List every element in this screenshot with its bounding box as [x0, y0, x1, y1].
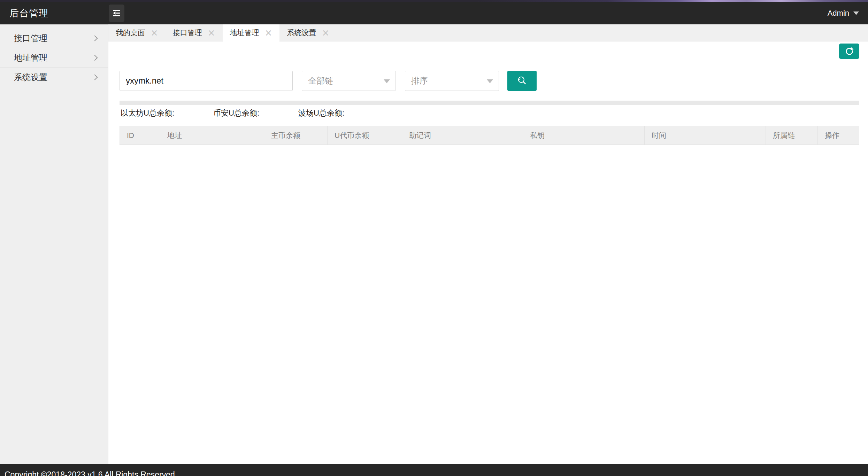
tab-label: 系统设置	[287, 28, 316, 38]
eth-balance: 以太坊U总余额:	[121, 108, 180, 118]
bsc-balance-value	[261, 108, 265, 118]
table-header-row: ID 地址 主币余额 U代币余额 助记词 私钥 时间 所属链 操作	[120, 126, 859, 145]
content-toolbar	[108, 41, 868, 61]
app-header: 后台管理 Admin	[0, 2, 868, 24]
sidebar-item-address-management[interactable]: 地址管理	[0, 48, 108, 68]
tab-my-desktop[interactable]: 我的桌面 ×	[108, 24, 166, 41]
column-header-mnemonic: 助记词	[402, 126, 523, 145]
sidebar-item-label: 系统设置	[14, 72, 47, 83]
sort-select[interactable]: 排序	[405, 71, 499, 91]
address-table: ID 地址 主币余额 U代币余额 助记词 私钥 时间 所属链 操作	[120, 126, 859, 145]
search-button[interactable]	[507, 71, 537, 91]
tab-interface-management[interactable]: 接口管理 ×	[166, 24, 223, 41]
sidebar-nav: 接口管理 地址管理 系统设置	[0, 24, 108, 464]
sidebar-item-label: 地址管理	[14, 52, 47, 63]
tron-balance: 波场U总余额:	[298, 108, 350, 118]
sidebar-item-system-settings[interactable]: 系统设置	[0, 68, 108, 87]
tab-label: 我的桌面	[116, 28, 145, 38]
sidebar-collapse-button[interactable]	[109, 5, 124, 22]
app-title: 后台管理	[0, 7, 108, 19]
caret-down-icon	[853, 11, 859, 15]
tab-label: 地址管理	[230, 28, 259, 38]
caret-down-icon	[384, 79, 390, 83]
filter-row: 全部链 排序	[120, 71, 859, 91]
tab-system-settings[interactable]: 系统设置 ×	[279, 24, 337, 41]
sidebar-item-interface-management[interactable]: 接口管理	[0, 29, 108, 48]
sort-select-value: 排序	[411, 75, 428, 86]
tab-address-management[interactable]: 地址管理 ×	[223, 24, 280, 41]
user-menu[interactable]: Admin	[828, 9, 859, 18]
column-header-address: 地址	[160, 126, 264, 145]
column-header-time: 时间	[645, 126, 766, 145]
right-column: 我的桌面 × 接口管理 × 地址管理 × 系统设置 ×	[108, 24, 868, 464]
close-icon[interactable]: ×	[265, 28, 272, 37]
main-area: 接口管理 地址管理 系统设置 我的桌面 × 接口管理 × 地址管理 ×	[0, 24, 868, 464]
column-header-u-token-balance: U代币余额	[328, 126, 402, 145]
chevron-right-icon	[92, 55, 98, 61]
close-icon[interactable]: ×	[208, 28, 215, 37]
eth-balance-value	[176, 108, 180, 118]
tabbar-filler	[337, 24, 868, 41]
page-content: 全部链 排序	[108, 41, 868, 464]
caret-down-icon	[487, 79, 493, 83]
refresh-button[interactable]	[839, 44, 859, 59]
app-footer: Copyright ©2018-2023 v1.6 All Rights Res…	[0, 464, 868, 476]
collapsed-panel-strip	[120, 101, 859, 105]
search-input[interactable]	[120, 71, 293, 91]
chain-select[interactable]: 全部链	[302, 71, 396, 91]
tron-balance-value	[346, 108, 350, 118]
tron-balance-label: 波场U总余额:	[298, 108, 344, 118]
balance-summary: 以太坊U总余额: 币安U总余额: 波场U总余额:	[121, 108, 859, 118]
column-header-chain: 所属链	[766, 126, 818, 145]
refresh-icon	[844, 46, 855, 57]
chain-select-value: 全部链	[308, 75, 333, 86]
chevron-right-icon	[92, 74, 98, 80]
column-header-main-balance: 主币余额	[264, 126, 328, 145]
tab-bar: 我的桌面 × 接口管理 × 地址管理 × 系统设置 ×	[108, 24, 868, 41]
sidebar-item-label: 接口管理	[14, 33, 47, 44]
column-header-operation: 操作	[818, 126, 859, 145]
column-header-private-key: 私钥	[523, 126, 645, 145]
column-header-id: ID	[120, 126, 160, 145]
close-icon[interactable]: ×	[151, 28, 158, 37]
user-name: Admin	[828, 9, 849, 18]
chevron-right-icon	[92, 35, 98, 41]
copyright-text: Copyright ©2018-2023 v1.6 All Rights Res…	[0, 464, 868, 476]
bsc-balance: 币安U总余额:	[213, 108, 265, 118]
tab-label: 接口管理	[173, 28, 202, 38]
indent-collapse-icon	[112, 8, 121, 18]
magnifier-icon	[516, 75, 528, 87]
bsc-balance-label: 币安U总余额:	[213, 108, 259, 118]
eth-balance-label: 以太坊U总余额:	[121, 108, 174, 118]
close-icon[interactable]: ×	[322, 28, 329, 37]
